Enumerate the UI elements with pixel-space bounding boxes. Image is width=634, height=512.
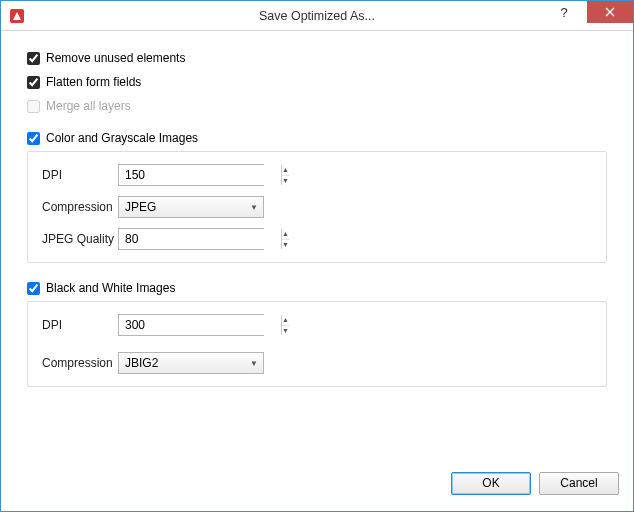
remove-unused-checkbox[interactable]: Remove unused elements xyxy=(27,51,607,65)
color-compression-value: JPEG xyxy=(119,200,245,214)
spinner-down-icon[interactable]: ▼ xyxy=(282,176,289,186)
spinner-down-icon[interactable]: ▼ xyxy=(282,326,289,336)
titlebar: Save Optimized As... ? xyxy=(1,1,633,31)
window-title: Save Optimized As... xyxy=(1,9,633,23)
app-icon xyxy=(9,8,25,24)
ok-button[interactable]: OK xyxy=(451,472,531,495)
color-dpi-spinner[interactable]: ▲ ▼ xyxy=(118,164,264,186)
color-dpi-arrows: ▲ ▼ xyxy=(281,165,289,185)
bw-compression-row: Compression JBIG2 ▼ xyxy=(42,352,592,374)
close-icon xyxy=(605,5,615,20)
cancel-button[interactable]: Cancel xyxy=(539,472,619,495)
color-images-group: DPI ▲ ▼ Compression JPEG ▼ JPEG Quality xyxy=(27,151,607,263)
color-compression-select[interactable]: JPEG ▼ xyxy=(118,196,264,218)
spinner-up-icon[interactable]: ▲ xyxy=(282,165,289,176)
merge-layers-input xyxy=(27,100,40,113)
color-images-header[interactable]: Color and Grayscale Images xyxy=(27,131,607,145)
flatten-fields-label: Flatten form fields xyxy=(46,75,141,89)
color-compression-row: Compression JPEG ▼ xyxy=(42,196,592,218)
bw-images-title: Black and White Images xyxy=(46,281,175,295)
bw-dpi-input[interactable] xyxy=(119,315,281,335)
dialog-footer: OK Cancel xyxy=(1,465,633,511)
bw-dpi-spinner[interactable]: ▲ ▼ xyxy=(118,314,264,336)
bw-images-group: DPI ▲ ▼ Compression JBIG2 ▼ xyxy=(27,301,607,387)
spinner-down-icon[interactable]: ▼ xyxy=(282,240,289,250)
bw-dpi-row: DPI ▲ ▼ xyxy=(42,314,592,336)
help-button[interactable]: ? xyxy=(541,1,587,23)
color-compression-label: Compression xyxy=(42,200,118,214)
flatten-fields-input[interactable] xyxy=(27,76,40,89)
help-icon: ? xyxy=(560,5,567,20)
bw-compression-value: JBIG2 xyxy=(119,356,245,370)
jpeg-quality-spinner[interactable]: ▲ ▼ xyxy=(118,228,264,250)
bw-images-header[interactable]: Black and White Images xyxy=(27,281,607,295)
spinner-up-icon[interactable]: ▲ xyxy=(282,315,289,326)
jpeg-quality-input[interactable] xyxy=(119,229,281,249)
color-dpi-label: DPI xyxy=(42,168,118,182)
color-dpi-input[interactable] xyxy=(119,165,281,185)
close-button[interactable] xyxy=(587,1,633,23)
bw-compression-label: Compression xyxy=(42,356,118,370)
jpeg-quality-label: JPEG Quality xyxy=(42,232,118,246)
dialog-window: Save Optimized As... ? Remove unused ele… xyxy=(0,0,634,512)
merge-layers-label: Merge all layers xyxy=(46,99,131,113)
flatten-fields-checkbox[interactable]: Flatten form fields xyxy=(27,75,607,89)
remove-unused-input[interactable] xyxy=(27,52,40,65)
color-images-title: Color and Grayscale Images xyxy=(46,131,198,145)
bw-dpi-label: DPI xyxy=(42,318,118,332)
spinner-up-icon[interactable]: ▲ xyxy=(282,229,289,240)
content-area: Remove unused elements Flatten form fiel… xyxy=(1,31,633,465)
window-controls: ? xyxy=(541,1,633,30)
merge-layers-checkbox: Merge all layers xyxy=(27,99,607,113)
bw-images-enable-checkbox[interactable] xyxy=(27,282,40,295)
chevron-down-icon: ▼ xyxy=(245,203,263,212)
jpeg-quality-row: JPEG Quality ▲ ▼ xyxy=(42,228,592,250)
chevron-down-icon: ▼ xyxy=(245,359,263,368)
bw-dpi-arrows: ▲ ▼ xyxy=(281,315,289,335)
bw-compression-select[interactable]: JBIG2 ▼ xyxy=(118,352,264,374)
jpeg-quality-arrows: ▲ ▼ xyxy=(281,229,289,249)
remove-unused-label: Remove unused elements xyxy=(46,51,185,65)
color-dpi-row: DPI ▲ ▼ xyxy=(42,164,592,186)
color-images-enable-checkbox[interactable] xyxy=(27,132,40,145)
